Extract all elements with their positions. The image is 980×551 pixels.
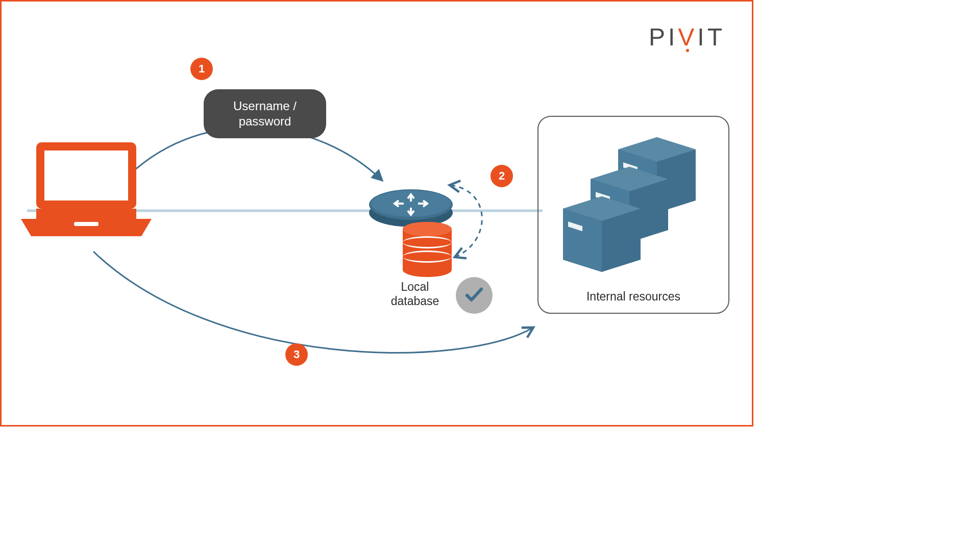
router-icon bbox=[369, 189, 453, 227]
local-db-line1: Local bbox=[401, 280, 429, 293]
svg-point-10 bbox=[403, 236, 452, 248]
laptop-icon bbox=[21, 142, 152, 236]
step-1-label-line1: Username / bbox=[233, 99, 297, 113]
svg-point-4 bbox=[369, 198, 453, 227]
success-check-icon bbox=[456, 277, 493, 314]
brand-part-1: PI bbox=[649, 23, 678, 51]
svg-point-13 bbox=[403, 252, 452, 261]
arrow-step-2 bbox=[451, 185, 482, 257]
internal-resources-label: Internal resources bbox=[538, 290, 728, 304]
svg-point-11 bbox=[403, 238, 452, 247]
step-2-badge: 2 bbox=[491, 165, 513, 187]
svg-point-5 bbox=[369, 189, 453, 220]
step-1-number: 1 bbox=[199, 62, 205, 76]
svg-point-14 bbox=[403, 222, 452, 236]
brand-logo: PIVIT bbox=[649, 23, 725, 51]
local-db-line2: database bbox=[391, 294, 439, 308]
svg-point-7 bbox=[403, 222, 452, 236]
svg-point-12 bbox=[403, 251, 452, 263]
svg-rect-3 bbox=[74, 222, 99, 226]
svg-rect-1 bbox=[44, 151, 128, 201]
svg-rect-0 bbox=[36, 142, 136, 209]
step-3-badge: 3 bbox=[285, 343, 308, 366]
diagram-frame: PIVIT bbox=[0, 0, 753, 427]
step-1-badge: 1 bbox=[190, 58, 213, 80]
svg-point-9 bbox=[403, 263, 452, 277]
brand-part-v: V bbox=[678, 23, 697, 51]
svg-point-6 bbox=[371, 190, 451, 217]
internal-resources-box: Internal resources bbox=[537, 116, 729, 314]
svg-rect-2 bbox=[36, 209, 136, 221]
local-database-label: Local database bbox=[379, 280, 451, 308]
step-1-pill: Username / password bbox=[204, 89, 326, 138]
step-3-number: 3 bbox=[293, 348, 300, 361]
brand-part-2: IT bbox=[697, 23, 725, 51]
step-1-label-line2: password bbox=[239, 114, 291, 128]
database-icon bbox=[403, 222, 452, 277]
step-2-number: 2 bbox=[499, 169, 505, 183]
svg-rect-8 bbox=[403, 229, 452, 270]
